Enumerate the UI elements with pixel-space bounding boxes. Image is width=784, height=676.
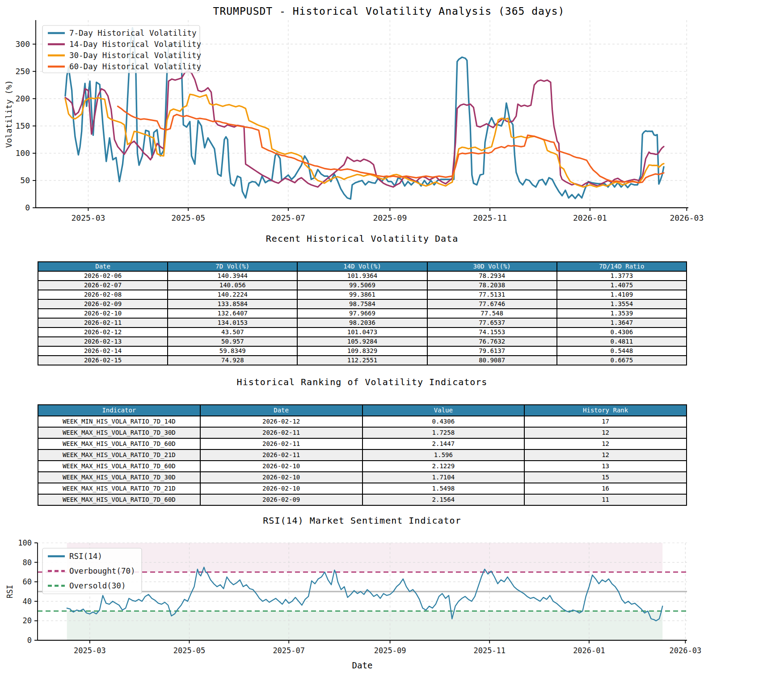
- table-row: WEEK_MAX_HIS_VOLA_RATIO_7D_60D2026-02-10…: [38, 461, 687, 472]
- table-cell: 97.9669: [297, 309, 427, 318]
- table-cell: WEEK_MIN_HIS_VOLA_RATIO_7D_14D: [38, 416, 200, 427]
- table-cell: 1.5498: [362, 483, 525, 494]
- table-cell: 98.7584: [297, 299, 427, 309]
- legend-label: RSI(14): [69, 552, 102, 561]
- table-row: 2026-02-09133.858498.758477.67461.3554: [38, 299, 687, 309]
- table-row: 2026-02-1350.957105.928476.76320.4811: [38, 337, 687, 346]
- table-cell: 13: [524, 461, 687, 472]
- table-row: WEEK_MAX_HIS_VOLA_RATIO_7D_60D2026-02-11…: [38, 438, 687, 449]
- table-cell: 1.596: [362, 449, 525, 461]
- table-cell: 101.9364: [297, 271, 427, 281]
- volatility-ranking-table: IndicatorDateValueHistory RankWEEK_MIN_H…: [38, 404, 687, 506]
- oversold-zone: [67, 611, 663, 640]
- table-cell: 16: [524, 483, 687, 494]
- column-header: Date: [200, 405, 362, 416]
- table-cell: 140.3944: [168, 271, 297, 281]
- table-cell: 78.2038: [427, 281, 557, 290]
- y-tick-label: 300: [15, 39, 30, 49]
- table-cell: 98.2036: [297, 318, 427, 328]
- table-cell: 2.1564: [362, 494, 525, 505]
- table-cell: 109.8329: [297, 346, 427, 356]
- column-header: Value: [362, 405, 525, 416]
- table-row: WEEK_MAX_HIS_VOLA_RATIO_7D_30D2026-02-10…: [38, 472, 687, 483]
- table-row: 2026-02-06140.3944101.936478.29341.3773: [38, 271, 687, 281]
- ranking-table: IndicatorDateValueHistory RankWEEK_MIN_H…: [38, 404, 687, 506]
- legend-label: 30-Day Historical Volatility: [69, 51, 201, 60]
- legend-label: 60-Day Historical Volatility: [69, 62, 201, 71]
- table-cell: 2026-02-11: [200, 438, 362, 449]
- table-cell: 2026-02-10: [200, 483, 362, 494]
- x-tick-label: 2025-03: [74, 646, 106, 655]
- table-cell: 2026-02-12: [200, 416, 362, 427]
- table-cell: 2026-02-08: [38, 290, 168, 299]
- legend: 7-Day Historical Volatility14-Day Histor…: [42, 25, 201, 73]
- recent-volatility-table: Date7D Vol(%)14D Vol(%)30D Vol(%)7D/14D …: [38, 261, 687, 365]
- legend: RSI(14)Overbought(70)Oversold(30): [42, 548, 142, 594]
- y-tick-label: 60: [23, 577, 32, 586]
- column-header: 30D Vol(%): [427, 262, 557, 271]
- table-cell: WEEK_MAX_HIS_VOLA_RATIO_7D_21D: [38, 483, 200, 494]
- recent-table-title: Recent Historical Volatility Data: [36, 233, 688, 244]
- table-row: 2026-02-07140.05699.506978.20381.4075: [38, 281, 687, 290]
- table-row: WEEK_MAX_HIS_VOLA_RATIO_7D_21D2026-02-11…: [38, 449, 687, 461]
- table-cell: 12: [524, 449, 687, 461]
- rsi-x-axis-label: Date: [38, 660, 687, 670]
- y-tick-label: 100: [15, 148, 30, 158]
- column-header: Indicator: [38, 405, 200, 416]
- table-cell: 1.3773: [557, 271, 687, 281]
- table-cell: 2026-02-11: [200, 427, 362, 438]
- table-cell: 76.7632: [427, 337, 557, 346]
- volatility-chart: 0501001502002503002025-032025-052025-072…: [0, 0, 784, 250]
- y-tick-label: 80: [23, 558, 32, 567]
- x-tick-label: 2025-03: [71, 213, 105, 223]
- table-cell: 80.9087: [427, 356, 557, 365]
- column-header: History Rank: [524, 405, 687, 416]
- table-cell: 132.6407: [168, 309, 297, 318]
- table-cell: 1.7104: [362, 472, 525, 483]
- x-tick-label: 2025-11: [473, 646, 506, 655]
- table-cell: 0.4811: [557, 337, 687, 346]
- y-tick-label: 0: [27, 636, 32, 645]
- table-row: 2026-02-11134.015398.203677.65371.3647: [38, 318, 687, 328]
- y-tick-label: 100: [18, 538, 32, 547]
- table-row: WEEK_MAX_HIS_VOLA_RATIO_7D_30D2026-02-11…: [38, 427, 687, 438]
- x-tick-label: 2025-11: [473, 213, 507, 223]
- table-cell: WEEK_MAX_HIS_VOLA_RATIO_7D_60D: [38, 494, 200, 505]
- table-cell: 77.6746: [427, 299, 557, 309]
- table-row: 2026-02-1459.8349109.832979.61370.5448: [38, 346, 687, 356]
- y-axis-label: RSI: [5, 585, 14, 599]
- table-row: WEEK_MAX_HIS_VOLA_RATIO_7D_60D2026-02-09…: [38, 494, 687, 505]
- table-cell: 2026-02-09: [200, 494, 362, 505]
- table-cell: 134.0153: [168, 318, 297, 328]
- x-tick-label: 2025-09: [373, 213, 407, 223]
- table-cell: 2026-02-07: [38, 281, 168, 290]
- rsi-chart: 0204060801002025-032025-052025-072025-09…: [0, 527, 784, 676]
- header-row: IndicatorDateValueHistory Rank: [38, 405, 687, 416]
- x-tick-label: 2026-03: [670, 213, 704, 223]
- table-cell: 15: [524, 472, 687, 483]
- table-cell: 2026-02-10: [200, 472, 362, 483]
- legend-label: 7-Day Historical Volatility: [69, 29, 196, 38]
- table-cell: 74.928: [168, 356, 297, 365]
- y-tick-label: 40: [23, 597, 32, 606]
- table-row: 2026-02-1574.928112.255180.90870.6675: [38, 356, 687, 365]
- legend-label: 14-Day Historical Volatility: [69, 40, 201, 49]
- column-header: Date: [38, 262, 168, 271]
- table-cell: 43.507: [168, 328, 297, 337]
- table-row: 2026-02-1243.507101.047374.15530.4306: [38, 328, 687, 337]
- table-cell: 99.3861: [297, 290, 427, 299]
- table-cell: 77.548: [427, 309, 557, 318]
- table-row: 2026-02-10132.640797.966977.5481.3539: [38, 309, 687, 318]
- table-cell: 2026-02-10: [38, 309, 168, 318]
- table-cell: 2026-02-14: [38, 346, 168, 356]
- recent-volatility-table: Date7D Vol(%)14D Vol(%)30D Vol(%)7D/14D …: [38, 261, 687, 365]
- y-axis-label: Volatility (%): [4, 80, 13, 148]
- table-cell: 79.6137: [427, 346, 557, 356]
- table-cell: 12: [524, 438, 687, 449]
- table-cell: 0.4306: [557, 328, 687, 337]
- table-cell: 0.5448: [557, 346, 687, 356]
- table-cell: 99.5069: [297, 281, 427, 290]
- table-cell: WEEK_MAX_HIS_VOLA_RATIO_7D_30D: [38, 472, 200, 483]
- legend-label: Oversold(30): [69, 581, 126, 590]
- legend-label: Overbought(70): [69, 567, 135, 575]
